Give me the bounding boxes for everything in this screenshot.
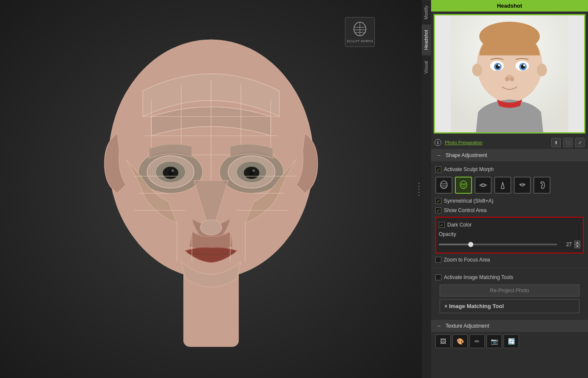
svg-point-13 xyxy=(252,169,255,172)
sculpt-morph-button[interactable]: SCULPT MORPH xyxy=(345,17,375,47)
texture-adjustment-title: Texture Adjustment xyxy=(446,323,489,329)
face-part-front[interactable] xyxy=(455,177,472,194)
expand-icon-btn[interactable]: ⤢ xyxy=(575,138,585,147)
opacity-down-btn[interactable]: ▼ xyxy=(574,244,580,248)
photo-actions-bar: ℹ Photo Preparation ⬆ ⬛ ⤢ xyxy=(431,136,588,149)
panel-resize-handle[interactable] xyxy=(416,176,422,202)
face-part-nose[interactable] xyxy=(494,177,511,194)
show-control-area-checkbox[interactable] xyxy=(435,207,441,213)
dark-color-row: Dark Color xyxy=(439,220,580,230)
symmetrical-row: Symmetrical (Shift+A) xyxy=(435,196,584,206)
opacity-slider-row: 27 ▲ ▼ xyxy=(439,239,580,250)
svg-point-31 xyxy=(498,64,500,67)
svg-point-8 xyxy=(171,169,174,172)
texture-icon-4[interactable]: 📷 xyxy=(487,334,502,348)
shape-collapse-icon: − xyxy=(435,152,442,159)
activate-sculpt-morph-row: Activate Sculpt Morph xyxy=(435,165,584,174)
activate-sculpt-morph-checkbox[interactable] xyxy=(435,166,441,172)
opacity-row: Opacity xyxy=(439,230,580,239)
face-parts-row xyxy=(435,174,584,196)
right-panel: Modify Headshot Visual Headshot xyxy=(422,0,588,378)
svg-point-24 xyxy=(537,64,547,76)
fit-icon-btn[interactable]: ⬛ xyxy=(563,138,573,147)
image-matching-tool-header[interactable]: + Image Matching Tool xyxy=(440,299,579,313)
opacity-label: Opacity xyxy=(439,231,460,237)
viewport-content xyxy=(0,0,422,378)
svg-point-32 xyxy=(523,64,525,67)
texture-icons-row: 🖼 🎨 ✏ 📷 🔄 xyxy=(431,332,588,351)
zoom-to-focus-label: Zoom to Focus Area xyxy=(444,257,490,263)
symmetrical-label: Symmetrical (Shift+A) xyxy=(444,198,493,204)
photo-action-icons: ⬆ ⬛ ⤢ xyxy=(551,138,585,147)
photo-preparation-link[interactable]: Photo Preparation xyxy=(445,140,483,145)
opacity-spinners: ▲ ▼ xyxy=(574,241,580,248)
show-control-area-row: Show Control Area xyxy=(435,206,584,215)
activate-image-matching-row: Activate Image Matching Tools xyxy=(435,273,584,282)
control-area-box: Dark Color Opacity 27 ▲ xyxy=(435,217,584,253)
opacity-slider-track[interactable] xyxy=(439,244,557,245)
face-part-all[interactable] xyxy=(435,177,452,194)
sculpt-morph-label: SCULPT MORPH xyxy=(347,40,373,43)
svg-point-41 xyxy=(461,183,463,185)
photo-box xyxy=(434,14,585,134)
texture-icon-2[interactable]: 🎨 xyxy=(452,334,468,348)
tab-visual[interactable]: Visual xyxy=(422,55,431,79)
tab-headshot[interactable]: Headshot xyxy=(422,24,431,55)
opacity-up-btn[interactable]: ▲ xyxy=(574,241,580,244)
show-control-area-label: Show Control Area xyxy=(444,207,487,213)
texture-collapse-icon: − xyxy=(435,323,442,329)
photo-preview xyxy=(431,12,588,136)
headshot-header: Headshot xyxy=(431,0,588,12)
svg-point-36 xyxy=(440,181,447,189)
tab-modify[interactable]: Modify xyxy=(422,0,431,24)
viewport: SCULPT MORPH xyxy=(0,0,422,378)
image-matching-section: Activate Image Matching Tools Re-Project… xyxy=(431,268,588,318)
info-icon[interactable]: ℹ xyxy=(434,139,441,146)
shape-adjustment-title: Shape Adjustment xyxy=(446,152,487,158)
dark-color-label: Dark Color xyxy=(447,222,472,228)
opacity-value: 27 xyxy=(560,241,572,247)
activate-image-matching-label: Activate Image Matching Tools xyxy=(444,274,513,280)
svg-point-23 xyxy=(472,64,482,76)
texture-icon-1[interactable]: 🖼 xyxy=(435,334,451,348)
texture-icon-5[interactable]: 🔄 xyxy=(504,334,519,348)
side-tabs: Modify Headshot Visual xyxy=(422,0,431,378)
face-part-ear[interactable] xyxy=(533,177,550,194)
activate-image-matching-checkbox[interactable] xyxy=(435,274,441,280)
svg-point-35 xyxy=(510,77,514,81)
svg-point-42 xyxy=(464,183,466,185)
upload-icon-btn[interactable]: ⬆ xyxy=(551,138,561,147)
zoom-to-focus-checkbox[interactable] xyxy=(435,257,441,263)
svg-point-43 xyxy=(482,184,484,186)
texture-adjustment-header[interactable]: − Texture Adjustment xyxy=(431,320,588,332)
svg-point-34 xyxy=(505,77,509,81)
window-close-btn[interactable] xyxy=(581,0,588,7)
face-part-mouth[interactable] xyxy=(514,177,531,194)
svg-point-40 xyxy=(460,181,467,189)
texture-icon-3[interactable]: ✏ xyxy=(469,334,485,348)
symmetrical-checkbox[interactable] xyxy=(435,198,441,204)
face-mesh xyxy=(66,14,356,364)
face-part-eyes[interactable] xyxy=(475,177,492,194)
image-matching-tool-label: + Image Matching Tool xyxy=(444,303,504,309)
re-project-photo-btn[interactable]: Re-Project Photo xyxy=(440,285,579,297)
svg-point-14 xyxy=(200,220,222,235)
activate-sculpt-morph-label: Activate Sculpt Morph xyxy=(444,166,494,172)
zoom-to-focus-row: Zoom to Focus Area xyxy=(435,255,584,265)
shape-adjustment-body: Activate Sculpt Morph xyxy=(431,161,588,268)
shape-adjustment-header[interactable]: − Shape Adjustment xyxy=(431,149,588,161)
panel-content: Headshot xyxy=(431,0,588,378)
dark-color-checkbox[interactable] xyxy=(439,222,445,228)
